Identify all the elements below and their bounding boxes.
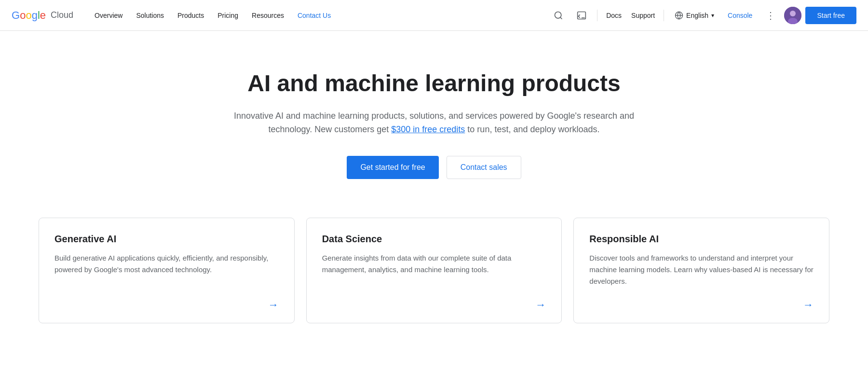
get-started-button[interactable]: Get started for free bbox=[347, 156, 438, 179]
card-responsible-ai-desc: Discover tools and frameworks to underst… bbox=[589, 252, 814, 287]
svg-line-1 bbox=[560, 17, 562, 19]
nav-contact-us[interactable]: Contact Us bbox=[292, 8, 337, 23]
globe-icon bbox=[675, 11, 683, 20]
hero-subtitle: Innovative AI and machine learning produ… bbox=[229, 109, 639, 137]
hero-subtitle-after: to run, test, and deploy workloads. bbox=[465, 124, 599, 134]
hero-section: AI and machine learning products Innovat… bbox=[217, 31, 651, 208]
card-responsible-ai: Responsible AI Discover tools and framew… bbox=[573, 218, 829, 323]
card-generative-ai-arrow[interactable]: → bbox=[268, 299, 279, 311]
language-label: English bbox=[686, 12, 708, 19]
avatar-icon bbox=[784, 7, 801, 24]
hero-buttons: Get started for free Contact sales bbox=[229, 156, 639, 179]
card-data-science-title: Data Science bbox=[322, 234, 546, 245]
google-cloud-logo[interactable]: Google Cloud bbox=[12, 9, 73, 22]
cloud-text: Cloud bbox=[51, 10, 73, 20]
contact-sales-button[interactable]: Contact sales bbox=[447, 156, 521, 179]
svg-point-7 bbox=[790, 11, 796, 16]
support-link[interactable]: Support bbox=[628, 8, 658, 23]
card-generative-ai: Generative AI Build generative AI applic… bbox=[39, 218, 295, 323]
console-link[interactable]: Console bbox=[723, 8, 757, 23]
nav-right: Docs Support English ▾ Console ⋮ Start f… bbox=[549, 6, 856, 25]
free-credits-link[interactable]: $300 in free credits bbox=[391, 124, 465, 134]
user-avatar[interactable] bbox=[784, 7, 801, 24]
language-selector[interactable]: English ▾ bbox=[670, 7, 719, 24]
card-responsible-ai-title: Responsible AI bbox=[589, 234, 814, 245]
google-wordmark: Google bbox=[12, 9, 46, 22]
cards-grid: Generative AI Build generative AI applic… bbox=[39, 218, 829, 323]
nav-links: Overview Solutions Products Pricing Reso… bbox=[89, 8, 549, 23]
start-free-button[interactable]: Start free bbox=[805, 7, 856, 24]
terminal-icon bbox=[577, 11, 586, 20]
card-data-science-arrow[interactable]: → bbox=[535, 299, 546, 311]
hero-title: AI and machine learning products bbox=[229, 69, 639, 97]
nav-solutions[interactable]: Solutions bbox=[130, 8, 170, 23]
search-icon bbox=[554, 11, 563, 20]
search-button[interactable] bbox=[549, 6, 568, 25]
nav-overview[interactable]: Overview bbox=[89, 8, 128, 23]
nav-divider bbox=[597, 10, 597, 21]
docs-link[interactable]: Docs bbox=[603, 8, 624, 23]
nav-products[interactable]: Products bbox=[172, 8, 210, 23]
more-icon: ⋮ bbox=[766, 10, 775, 21]
more-options-button[interactable]: ⋮ bbox=[761, 6, 780, 25]
card-generative-ai-desc: Build generative AI applications quickly… bbox=[54, 252, 279, 287]
nav-pricing[interactable]: Pricing bbox=[212, 8, 244, 23]
cards-section: Generative AI Build generative AI applic… bbox=[0, 208, 868, 352]
card-responsible-ai-arrow[interactable]: → bbox=[803, 299, 814, 311]
card-data-science-desc: Generate insights from data with our com… bbox=[322, 252, 546, 287]
navbar: Google Cloud Overview Solutions Products… bbox=[0, 0, 868, 31]
nav-resources[interactable]: Resources bbox=[246, 8, 290, 23]
terminal-button[interactable] bbox=[572, 6, 591, 25]
svg-point-0 bbox=[555, 12, 561, 18]
card-generative-ai-title: Generative AI bbox=[54, 234, 279, 245]
nav-divider-2 bbox=[664, 10, 664, 21]
card-data-science: Data Science Generate insights from data… bbox=[306, 218, 562, 323]
chevron-down-icon: ▾ bbox=[711, 12, 714, 19]
